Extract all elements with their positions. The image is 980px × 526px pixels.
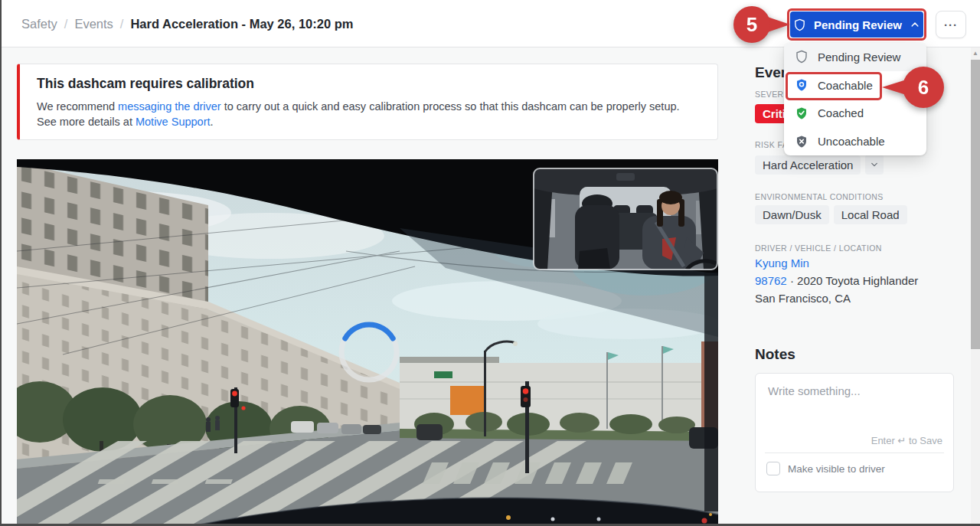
vehicle-separator: · — [790, 274, 794, 287]
page-scrollbar[interactable]: ▲ — [971, 47, 980, 526]
vehicle-model: 2020 Toyota Highlander — [797, 274, 918, 287]
motive-support-link[interactable]: Motive Support — [136, 116, 211, 128]
dropdown-item-label: Coachable — [818, 79, 873, 92]
notes-heading: Notes — [755, 346, 795, 363]
shield-outline-icon — [793, 18, 806, 31]
annotation-step-5-number: 5 — [746, 13, 757, 36]
make-visible-label: Make visible to driver — [788, 463, 885, 475]
event-location: San Francisco, CA — [755, 292, 851, 305]
notes-visibility-row: Make visible to driver — [765, 452, 944, 484]
dropdown-item-label: Uncoachable — [818, 135, 885, 148]
shield-outline-icon — [795, 50, 808, 64]
vehicle-line: 98762 · 2020 Toyota Highlander — [755, 274, 918, 287]
chevron-down-icon — [870, 160, 879, 169]
alert-text: . — [211, 116, 214, 128]
risk-factor-dropdown-button[interactable] — [865, 155, 884, 175]
annotation-step-5: 5 — [730, 4, 795, 45]
dropdown-item-uncoachable[interactable]: Uncoachable — [784, 127, 926, 155]
breadcrumb-events[interactable]: Events — [74, 17, 113, 31]
environment-tag: Local Road — [834, 205, 907, 224]
alert-title: This dashcam requires calibration — [37, 76, 701, 92]
scrollbar-up-arrow[interactable]: ▲ — [971, 50, 980, 57]
environment-tag: Dawn/Dusk — [755, 205, 829, 224]
cabin-camera-inset — [534, 168, 717, 270]
annotation-step-6: 6 — [879, 65, 960, 111]
event-status-button[interactable]: Pending Review — [790, 11, 923, 38]
environmental-conditions-label: ENVIRONMENTAL CONDITIONS — [755, 192, 884, 201]
status-button-label: Pending Review — [814, 18, 902, 31]
driver-vehicle-location-label: DRIVER / VEHICLE / LOCATION — [755, 243, 882, 253]
breadcrumb-safety[interactable]: Safety — [21, 17, 57, 31]
driver-name-link[interactable]: Kyung Min — [755, 256, 809, 270]
risk-factor-row: Hard Acceleration — [755, 155, 884, 175]
dashcam-video-player[interactable] — [17, 159, 718, 526]
environment-tags: Dawn/Dusk Local Road — [755, 205, 907, 224]
risk-factor-value: Hard Acceleration — [755, 155, 861, 175]
shield-coachable-icon — [795, 78, 808, 92]
dashcam-road-view — [17, 159, 718, 526]
annotation-step-6-number: 6 — [918, 76, 929, 99]
vehicle-number-link[interactable]: 98762 — [755, 274, 787, 287]
notes-card: Enter ↵ to Save Make visible to driver — [755, 373, 954, 492]
more-options-dots: ··· — [944, 18, 958, 31]
alert-text: We recommend — [37, 100, 118, 113]
breadcrumb-separator: / — [120, 17, 124, 31]
page-title: Hard Acceleration - May 26, 10:20 pm — [130, 17, 353, 31]
dropdown-item-label: Coached — [818, 106, 864, 119]
calibration-alert: This dashcam requires calibration We rec… — [17, 64, 718, 140]
shield-uncoachable-icon — [795, 135, 808, 149]
notes-save-hint: Enter ↵ to Save — [756, 435, 953, 452]
breadcrumb: Safety / Events / Hard Acceleration - Ma… — [21, 0, 353, 47]
message-driver-link[interactable]: messaging the driver — [118, 100, 221, 113]
notes-input[interactable] — [768, 384, 942, 435]
more-options-button[interactable]: ··· — [936, 11, 966, 38]
chevron-up-icon — [910, 19, 920, 30]
dropdown-item-label: Pending Review — [818, 51, 900, 64]
scrollbar-thumb[interactable] — [971, 60, 980, 349]
shield-coached-icon — [795, 106, 808, 120]
make-visible-checkbox[interactable] — [766, 462, 780, 475]
alert-body: We recommend messaging the driver to car… — [37, 99, 694, 130]
breadcrumb-separator: / — [64, 17, 68, 31]
